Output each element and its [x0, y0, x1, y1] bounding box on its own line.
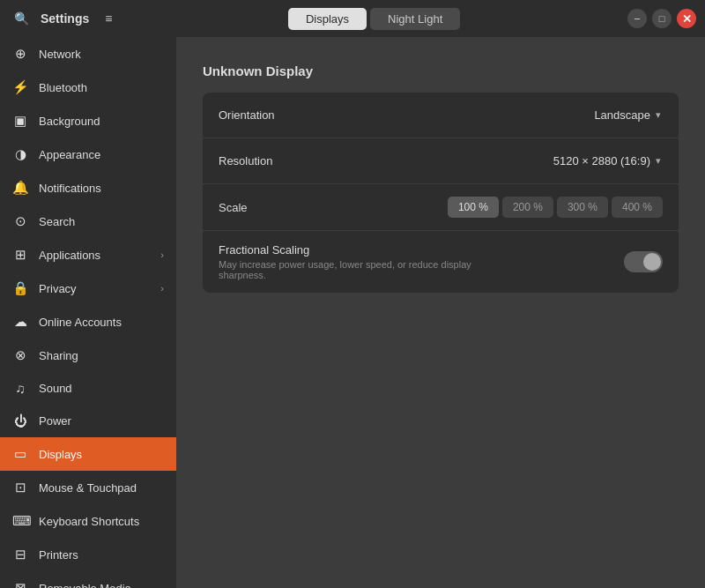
setting-control-resolution: 5120 × 2880 (16:9)▾ — [552, 151, 663, 171]
scale-btn-300pct[interactable]: 300 % — [557, 197, 608, 218]
sidebar-item-keyboard-shortcuts[interactable]: ⌨Keyboard Shortcuts — [0, 504, 176, 538]
titlebar-title: Settings — [41, 11, 89, 26]
toggle-fractional-scaling[interactable] — [624, 251, 663, 272]
scale-btn-200pct[interactable]: 200 % — [502, 197, 553, 218]
sidebar-label-power: Power — [39, 414, 164, 428]
tab-displays[interactable]: Displays — [288, 8, 367, 30]
mouse-touchpad-icon: ⊡ — [12, 480, 28, 495]
network-icon: ⊕ — [12, 46, 28, 62]
appearance-icon: ◑ — [12, 146, 28, 162]
dropdown-arrow-resolution-icon: ▾ — [656, 155, 661, 167]
minimize-button[interactable]: − — [627, 9, 647, 28]
privacy-arrow-icon: › — [160, 283, 164, 294]
dropdown-arrow-orientation-icon: ▾ — [656, 109, 661, 121]
setting-row-fractional-scaling: Fractional ScalingMay increase power usa… — [203, 231, 679, 293]
applications-arrow-icon: › — [160, 249, 164, 260]
sidebar-item-notifications[interactable]: 🔔Notifications — [0, 171, 176, 205]
background-icon: ▣ — [12, 113, 28, 129]
keyboard-shortcuts-icon: ⌨ — [12, 513, 28, 529]
sidebar-item-online-accounts[interactable]: ☁Online Accounts — [0, 305, 176, 339]
sidebar-item-network[interactable]: ⊕Network — [0, 37, 176, 71]
sidebar-item-sharing[interactable]: ⊗Sharing — [0, 339, 176, 372]
maximize-button[interactable]: □ — [652, 9, 672, 28]
sharing-icon: ⊗ — [12, 347, 28, 363]
setting-label-orientation: Orientation — [219, 108, 592, 122]
titlebar-left: 🔍 Settings ≡ — [9, 6, 121, 31]
titlebar: 🔍 Settings ≡ DisplaysNight Light − □ ✕ — [0, 0, 705, 37]
sidebar-label-search: Search — [39, 215, 164, 228]
sidebar-item-privacy[interactable]: 🔒Privacy› — [0, 272, 176, 305]
sidebar-label-removable-media: Removable Media — [39, 582, 164, 589]
setting-control-orientation: Landscape▾ — [592, 105, 663, 125]
dropdown-resolution[interactable]: 5120 × 2880 (16:9)▾ — [552, 151, 663, 171]
scale-btn-100pct[interactable]: 100 % — [448, 197, 499, 218]
sound-icon: ♫ — [12, 381, 28, 396]
titlebar-menu-button[interactable]: ≡ — [96, 6, 121, 31]
setting-control-fractional-scaling — [624, 251, 663, 272]
setting-label-fractional-scaling: Fractional Scaling — [219, 243, 624, 257]
sidebar-label-online-accounts: Online Accounts — [39, 316, 164, 329]
online-accounts-icon: ☁ — [12, 314, 28, 330]
close-button[interactable]: ✕ — [677, 9, 696, 28]
sidebar-item-sound[interactable]: ♫Sound — [0, 372, 176, 405]
power-icon: ⏻ — [12, 413, 28, 428]
notifications-icon: 🔔 — [12, 180, 28, 196]
sidebar: ⊕Network⚡Bluetooth▣Background◑Appearance… — [0, 37, 176, 588]
setting-row-resolution: Resolution5120 × 2880 (16:9)▾ — [203, 138, 679, 184]
main-layout: ⊕Network⚡Bluetooth▣Background◑Appearance… — [0, 37, 705, 588]
setting-control-scale: 100 %200 %300 %400 % — [448, 197, 663, 218]
setting-label-col-fractional-scaling: Fractional ScalingMay increase power usa… — [219, 243, 624, 280]
sidebar-label-sound: Sound — [39, 382, 164, 395]
tab-night-light[interactable]: Night Light — [370, 8, 460, 30]
sidebar-item-appearance[interactable]: ◑Appearance — [0, 138, 176, 171]
sidebar-item-background[interactable]: ▣Background — [0, 104, 176, 138]
sidebar-label-network: Network — [39, 48, 164, 61]
dropdown-orientation[interactable]: Landscape▾ — [592, 105, 663, 125]
dropdown-value-orientation: Landscape — [594, 108, 650, 122]
titlebar-tabs: DisplaysNight Light — [121, 8, 627, 30]
sidebar-item-applications[interactable]: ⊞Applications› — [0, 238, 176, 272]
sidebar-label-appearance: Appearance — [39, 148, 164, 161]
sidebar-item-bluetooth[interactable]: ⚡Bluetooth — [0, 71, 176, 104]
sidebar-label-notifications: Notifications — [39, 182, 164, 195]
setting-label-col-scale: Scale — [219, 201, 448, 214]
settings-card: OrientationLandscape▾Resolution5120 × 28… — [203, 93, 679, 293]
toggle-knob-fractional-scaling — [643, 253, 661, 271]
sidebar-label-printers: Printers — [39, 548, 164, 562]
setting-label-col-orientation: Orientation — [219, 108, 592, 122]
setting-label-scale: Scale — [219, 201, 448, 214]
sidebar-label-applications: Applications — [39, 249, 150, 262]
setting-label-col-resolution: Resolution — [219, 154, 552, 167]
display-title: Unknown Display — [203, 63, 679, 78]
sidebar-item-mouse-touchpad[interactable]: ⊡Mouse & Touchpad — [0, 471, 176, 504]
scale-group: 100 %200 %300 %400 % — [448, 197, 663, 218]
window-controls: − □ ✕ — [627, 9, 696, 28]
bluetooth-icon: ⚡ — [12, 79, 28, 95]
setting-sublabel-fractional-scaling: May increase power usage, lower speed, o… — [219, 259, 483, 280]
sidebar-label-mouse-touchpad: Mouse & Touchpad — [39, 481, 164, 495]
sidebar-label-privacy: Privacy — [39, 282, 150, 295]
sidebar-label-sharing: Sharing — [39, 349, 164, 362]
sidebar-label-bluetooth: Bluetooth — [39, 81, 164, 94]
sidebar-item-power[interactable]: ⏻Power — [0, 405, 176, 437]
setting-row-scale: Scale100 %200 %300 %400 % — [203, 184, 679, 231]
sidebar-item-printers[interactable]: ⊟Printers — [0, 538, 176, 571]
sidebar-item-search[interactable]: ⊙Search — [0, 205, 176, 238]
sidebar-label-keyboard-shortcuts: Keyboard Shortcuts — [39, 515, 164, 528]
dropdown-value-resolution: 5120 × 2880 (16:9) — [553, 154, 650, 167]
search-icon: ⊙ — [12, 213, 28, 229]
printers-icon: ⊟ — [12, 547, 28, 562]
setting-label-resolution: Resolution — [219, 154, 552, 167]
privacy-icon: 🔒 — [12, 280, 28, 296]
sidebar-label-displays: Displays — [39, 448, 164, 461]
sidebar-label-background: Background — [39, 115, 164, 128]
content-area: Unknown Display OrientationLandscape▾Res… — [176, 37, 705, 588]
removable-media-icon: ⊠ — [12, 580, 28, 588]
displays-icon: ▭ — [12, 446, 28, 462]
applications-icon: ⊞ — [12, 247, 28, 263]
setting-row-orientation: OrientationLandscape▾ — [203, 93, 679, 138]
scale-btn-400pct[interactable]: 400 % — [612, 197, 663, 218]
sidebar-item-removable-media[interactable]: ⊠Removable Media — [0, 571, 176, 588]
titlebar-search-button[interactable]: 🔍 — [9, 6, 33, 31]
sidebar-item-displays[interactable]: ▭Displays — [0, 437, 176, 471]
